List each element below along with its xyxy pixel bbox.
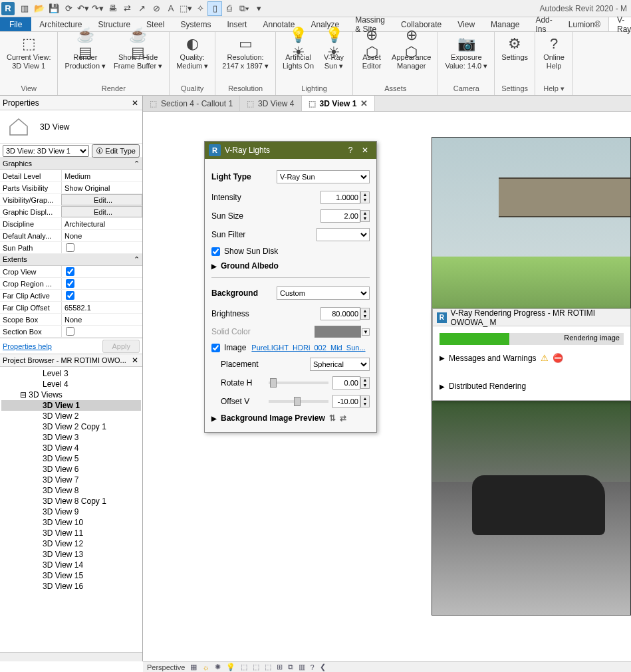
property-value[interactable]: Show Original: [61, 182, 142, 193]
placement-select[interactable]: Spherical: [310, 358, 370, 371]
type-selector[interactable]: 3D View: [0, 110, 142, 144]
spin-up-icon[interactable]: ▲: [361, 192, 369, 197]
project-browser-tree[interactable]: Level 3Level 4⊟ 3D Views3D View 13D View…: [0, 367, 142, 652]
tree-node[interactable]: Level 4: [1, 379, 141, 390]
ribbon-button[interactable]: ▭Resolution: 2147 x 1897 ▾: [218, 33, 273, 72]
vray-dialog-titlebar[interactable]: R V-Ray Lights ? ✕: [205, 142, 376, 159]
color-dropdown-icon[interactable]: ▼: [362, 328, 370, 336]
tree-node[interactable]: 3D View 4: [1, 443, 141, 453]
apply-button[interactable]: Apply: [102, 340, 140, 353]
qat-thin-icon[interactable]: ▯: [207, 1, 222, 16]
view-tab[interactable]: ⬚Section 4 - Callout 1: [143, 96, 240, 111]
status-graphics-icon[interactable]: ▦: [190, 663, 197, 671]
status-show-icon[interactable]: ⬚: [253, 663, 259, 671]
qat-text-icon[interactable]: A: [164, 1, 178, 16]
ribbon-tab-add-ins[interactable]: Add-Ins: [527, 17, 560, 31]
ribbon-tab-lumion-[interactable]: Lumion®: [561, 17, 608, 31]
qat-close-icon[interactable]: ⎙: [222, 1, 237, 16]
ribbon-tab-systems[interactable]: Systems: [172, 17, 219, 31]
brightness-input[interactable]: [320, 307, 360, 320]
property-checkbox[interactable]: [66, 327, 74, 336]
status-shadow-icon[interactable]: ✺: [215, 663, 221, 671]
ribbon-button[interactable]: ⊕ ⬡Asset Editor: [356, 33, 388, 72]
qat-open-icon[interactable]: 📂: [32, 1, 47, 16]
status-bulb-icon[interactable]: 💡: [226, 663, 235, 671]
ribbon-tab-insert[interactable]: Insert: [219, 17, 255, 31]
status-reveal-icon[interactable]: ⧉: [288, 663, 293, 671]
properties-help-link[interactable]: Properties help: [3, 342, 102, 350]
qat-measure-icon[interactable]: ⇄: [120, 1, 134, 16]
image-checkbox[interactable]: [211, 344, 220, 352]
tree-node[interactable]: ⊟ 3D Views: [1, 390, 141, 400]
bg-preview-section[interactable]: ▶ Background Image Preview ⇅⇄: [211, 411, 370, 425]
messages-section[interactable]: ▶ Messages and Warnings ⚠ ⛔: [433, 349, 630, 367]
distributed-section[interactable]: ▶ Distributed Rendering: [433, 378, 630, 395]
tree-node[interactable]: 3D View 7: [1, 475, 141, 485]
tree-node[interactable]: 3D View 10: [1, 517, 141, 528]
ribbon-tab-view[interactable]: View: [449, 17, 483, 31]
ribbon-button[interactable]: 💡 ☀V-Ray Sun ▾: [318, 33, 350, 72]
horizontal-scrollbar[interactable]: [0, 652, 142, 661]
property-checkbox[interactable]: [66, 243, 74, 252]
properties-close-icon[interactable]: ✕: [130, 98, 140, 108]
property-value[interactable]: [61, 326, 142, 337]
property-value[interactable]: [61, 278, 142, 289]
property-value[interactable]: Medium: [61, 170, 142, 181]
spin-up-icon[interactable]: ▲: [361, 378, 369, 383]
ribbon-tab-manage[interactable]: Manage: [483, 17, 527, 31]
spin-up-icon[interactable]: ▲: [361, 211, 369, 216]
light-type-select[interactable]: V-Ray Sun: [277, 170, 370, 183]
background-select[interactable]: Custom: [277, 286, 370, 300]
property-value[interactable]: 65582.1: [61, 302, 142, 313]
status-temp-icon[interactable]: ⊞: [277, 663, 283, 671]
tree-node[interactable]: 3D View 12: [1, 538, 141, 549]
spin-up-icon[interactable]: ▲: [361, 308, 369, 314]
tree-node[interactable]: 3D View 2: [1, 411, 141, 421]
spin-down-icon[interactable]: ▼: [361, 216, 369, 221]
tree-node[interactable]: 3D View 13: [1, 549, 141, 560]
project-browser-close-icon[interactable]: ✕: [130, 356, 140, 365]
ground-albedo-section[interactable]: ▶Ground Albedo: [211, 259, 370, 273]
property-value[interactable]: Edit...: [61, 206, 142, 217]
tree-node[interactable]: 3D View 6: [1, 464, 141, 475]
ribbon-button[interactable]: ?Online Help: [538, 33, 570, 72]
tree-node[interactable]: 3D View 16: [1, 581, 141, 592]
tree-node[interactable]: 3D View 11: [1, 528, 141, 538]
property-value[interactable]: Architectural: [61, 218, 142, 229]
tree-node[interactable]: Level 3: [1, 368, 141, 379]
qat-save-icon[interactable]: 💾: [47, 1, 61, 16]
ribbon-button[interactable]: ⊕ ⬡Appearance Manager: [388, 33, 435, 72]
refresh-icon[interactable]: ⇄: [340, 413, 346, 423]
status-constraint-icon[interactable]: ▥: [299, 663, 305, 671]
ribbon-button[interactable]: ☕ ▤Show / Hide Frame Buffer ▾: [110, 33, 166, 72]
rotate-h-input[interactable]: [332, 376, 360, 390]
spin-down-icon[interactable]: ▼: [361, 383, 369, 388]
ribbon-button[interactable]: ⚙Settings: [497, 33, 532, 63]
shuffle-icon[interactable]: ⇅: [329, 413, 336, 423]
vray-lights-dialog[interactable]: R V-Ray Lights ? ✕ Light Type V-Ray Sun …: [204, 141, 377, 433]
tree-node[interactable]: 3D View 5: [1, 453, 141, 464]
image-link[interactable]: PureLIGHT_HDRi_002_Mid_Sun...: [251, 344, 365, 352]
qat-dim-icon[interactable]: ⊘: [149, 1, 164, 16]
status-help-icon[interactable]: ?: [311, 663, 315, 671]
ribbon-button[interactable]: ☕ ▤Render Production ▾: [61, 33, 110, 72]
tree-node[interactable]: 3D View 14: [1, 560, 141, 570]
vray-close-icon[interactable]: ✕: [358, 146, 372, 155]
sun-size-input[interactable]: [320, 209, 360, 223]
rendering-progress-window[interactable]: R V-Ray Rendering Progress - MR ROTIMI O…: [432, 308, 631, 401]
property-value[interactable]: Edit...: [61, 194, 142, 205]
sun-filter-select[interactable]: [316, 228, 370, 241]
file-tab[interactable]: File: [0, 17, 31, 31]
tree-node[interactable]: 3D View 8 Copy 1: [1, 496, 141, 506]
show-sun-disk-checkbox[interactable]: [211, 247, 220, 256]
qat-undo-icon[interactable]: ↶▾: [76, 1, 90, 16]
qat-sync-icon[interactable]: ⟳: [61, 1, 76, 16]
view-tab-close-icon[interactable]: ✕: [360, 98, 368, 108]
property-value[interactable]: None: [61, 230, 142, 241]
qat-switch-icon[interactable]: ⧉▾: [237, 1, 251, 16]
ribbon-button[interactable]: 📷Exposure Value: 14.0 ▾: [441, 33, 491, 72]
progress-titlebar[interactable]: R V-Ray Rendering Progress - MR ROTIMI O…: [433, 309, 630, 326]
tree-node[interactable]: 3D View 3: [1, 432, 141, 443]
property-value[interactable]: [61, 290, 142, 301]
offset-v-slider[interactable]: [269, 400, 328, 403]
